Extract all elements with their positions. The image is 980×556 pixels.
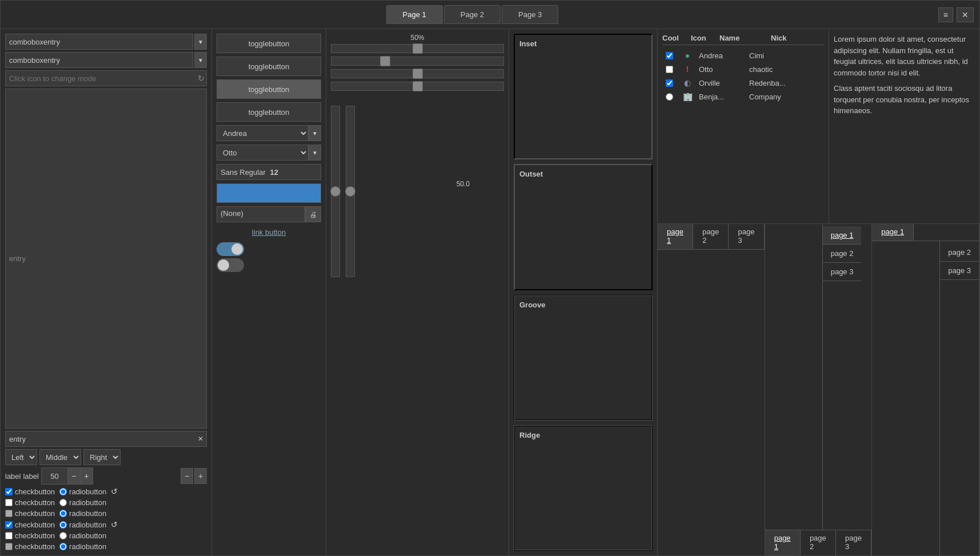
- combo2-input[interactable]: [5, 52, 193, 68]
- check1[interactable]: [5, 488, 13, 495]
- nb2-btab-page1[interactable]: page 1: [765, 530, 801, 555]
- nb3-tab-page1[interactable]: page 1: [872, 224, 914, 241]
- entry2-input[interactable]: [5, 431, 194, 447]
- check5[interactable]: [5, 532, 13, 539]
- tree-check-otto[interactable]: [662, 66, 676, 73]
- tree-col-icon: Icon: [691, 34, 714, 42]
- tree-row-benja[interactable]: 🏢 Benja... Company: [662, 90, 824, 103]
- radio5-label[interactable]: radiobutton: [59, 531, 106, 540]
- align-middle-select[interactable]: Middle: [39, 449, 81, 465]
- align-right-select[interactable]: Right: [83, 449, 121, 465]
- nb2-vtab-page1[interactable]: page 1: [823, 226, 862, 245]
- toggle4-btn[interactable]: togglebutton: [217, 102, 321, 122]
- redo1-btn[interactable]: ↺: [111, 487, 118, 496]
- notebook2: page 1 page 2 page 3 page 1 page 2 page …: [765, 224, 873, 555]
- check5-label[interactable]: checkbutton: [5, 531, 55, 540]
- tab-page1[interactable]: Page 1: [386, 5, 443, 24]
- entry1-input[interactable]: [5, 89, 207, 429]
- entry2-clear-btn[interactable]: ✕: [194, 431, 207, 447]
- check3[interactable]: [5, 510, 13, 517]
- spinbox-minus[interactable]: −: [67, 468, 80, 484]
- vslider2[interactable]: [346, 106, 355, 277]
- link-button[interactable]: link button: [217, 226, 321, 239]
- close-button[interactable]: ✕: [957, 7, 974, 22]
- dropdown1-select[interactable]: Andrea: [217, 125, 309, 141]
- tree-check-orville[interactable]: [662, 79, 676, 87]
- menu-button[interactable]: ≡: [938, 7, 953, 22]
- switch2[interactable]: [217, 258, 244, 272]
- check2-label[interactable]: checkbutton: [5, 498, 55, 507]
- dropdown1-arrow[interactable]: ▼: [309, 125, 321, 141]
- entry-icon-input[interactable]: [5, 70, 207, 86]
- refresh-icon[interactable]: ↻: [198, 74, 205, 83]
- nb1-tab-page2[interactable]: page 2: [693, 224, 729, 249]
- nb3-vtab-page3[interactable]: page 3: [940, 262, 979, 280]
- redo2-btn[interactable]: ↺: [111, 520, 118, 529]
- hslider2-container: [331, 57, 504, 66]
- check4-label[interactable]: checkbutton: [5, 521, 55, 529]
- radio6-label[interactable]: radiobutton: [59, 542, 106, 551]
- check6-label[interactable]: checkbutton: [5, 542, 55, 551]
- hslider4[interactable]: [331, 82, 504, 91]
- toggle1-btn[interactable]: togglebutton: [217, 34, 321, 53]
- tree-check-andrea[interactable]: [662, 52, 676, 59]
- radio3-label[interactable]: radiobutton: [59, 509, 106, 518]
- left-panel: ▼ ▼ ↻ ✕ Left: [1, 29, 212, 555]
- dropdown2-arrow[interactable]: ▼: [309, 145, 321, 161]
- tree-row-orville[interactable]: ◐ Orville Redenba...: [662, 76, 824, 90]
- nb1-tab-page3[interactable]: page 3: [729, 224, 764, 249]
- nb2-btab-page3[interactable]: page 3: [836, 530, 871, 555]
- radio2-label[interactable]: radiobutton: [59, 498, 106, 507]
- hslider3-container: [331, 69, 504, 78]
- dropdown1-row: Andrea ▼: [217, 125, 321, 141]
- spinbox2-minus[interactable]: −: [181, 468, 193, 484]
- hslider1[interactable]: [331, 44, 504, 53]
- dropdown2-select[interactable]: Otto: [217, 145, 309, 161]
- radio4[interactable]: [59, 521, 67, 529]
- align-left-select[interactable]: Left: [5, 449, 37, 465]
- nb3-vtab-page2[interactable]: page 2: [940, 243, 979, 262]
- spinbox-input[interactable]: [42, 468, 67, 484]
- nb2-vtab-page2[interactable]: page 2: [823, 245, 862, 263]
- check2[interactable]: [5, 499, 13, 506]
- radio4-label[interactable]: radiobutton: [59, 521, 106, 529]
- tree-radio-benja[interactable]: [662, 93, 676, 101]
- sliders-panel: 50% 50.0: [326, 29, 509, 555]
- tab-page3[interactable]: Page 3: [502, 5, 558, 24]
- check1-label[interactable]: checkbutton: [5, 487, 55, 496]
- radio1-label[interactable]: radiobutton: [59, 487, 106, 496]
- nb1-tab-page1[interactable]: page 1: [658, 224, 693, 249]
- tree-row-andrea[interactable]: ● Andrea Cimi: [662, 49, 824, 62]
- hslider3[interactable]: [331, 69, 504, 78]
- tree-icon-benja: 🏢: [681, 92, 694, 101]
- radio2[interactable]: [59, 499, 67, 506]
- tree-row-otto[interactable]: ! Otto chaotic: [662, 62, 824, 76]
- vslider1[interactable]: [331, 106, 340, 277]
- radio3[interactable]: [59, 510, 67, 517]
- tab-page2[interactable]: Page 2: [444, 5, 501, 24]
- entry-with-icon-row: ↻: [5, 70, 207, 86]
- radio6[interactable]: [59, 543, 67, 550]
- hslider2[interactable]: [331, 57, 504, 66]
- nb2-btab-page2[interactable]: page 2: [801, 530, 836, 555]
- color-button[interactable]: [217, 183, 321, 203]
- radio1[interactable]: [59, 488, 67, 495]
- nb2-vtab-page3[interactable]: page 3: [823, 263, 862, 281]
- spinbox2-plus[interactable]: +: [194, 468, 207, 484]
- combo1-input[interactable]: [5, 34, 193, 50]
- file-icon-button[interactable]: 🖨: [305, 206, 321, 222]
- spinbox-plus[interactable]: +: [80, 468, 93, 484]
- combo2-arrow[interactable]: ▼: [194, 52, 207, 68]
- check3-label[interactable]: checkbutton: [5, 509, 55, 518]
- tree-icon-orville: ◐: [681, 78, 694, 87]
- toggle2-btn[interactable]: togglebutton: [217, 57, 321, 76]
- notebook2-bottom-tabs: page 1 page 2 page 3: [765, 530, 872, 555]
- font-button[interactable]: Sans Regular 12: [217, 164, 321, 180]
- combo1-arrow[interactable]: ▼: [194, 34, 207, 50]
- check6[interactable]: [5, 543, 13, 550]
- check4[interactable]: [5, 521, 13, 529]
- tree-icon-otto: !: [681, 65, 694, 74]
- toggle3-btn[interactable]: togglebutton: [217, 79, 321, 99]
- radio5[interactable]: [59, 532, 67, 539]
- switch1[interactable]: [217, 242, 244, 256]
